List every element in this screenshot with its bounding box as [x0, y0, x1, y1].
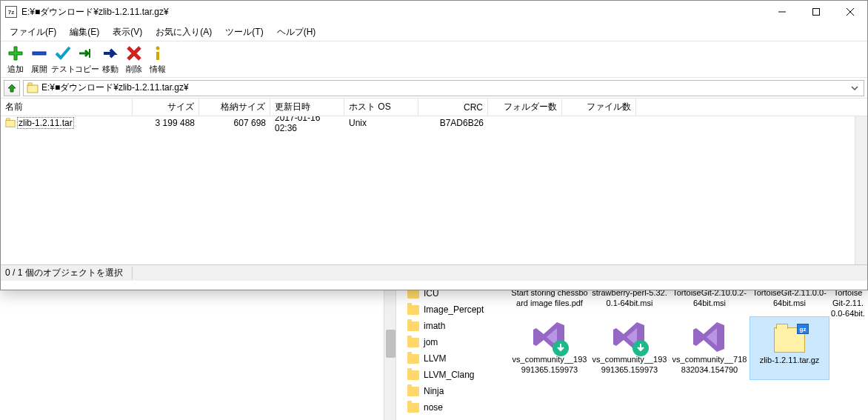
add-button[interactable]: 追加 [4, 44, 27, 75]
tree-item[interactable]: Image_Percept [397, 301, 507, 318]
extract-button[interactable]: 展開 [27, 44, 51, 75]
column-host[interactable]: ホスト OS [344, 99, 418, 116]
tree-item[interactable]: Ninja [397, 383, 507, 399]
archive-small-icon [5, 118, 16, 128]
test-button[interactable]: テスト [51, 44, 75, 75]
file-label: TortoiseGit-2.11.0.0-64bit.msi [831, 288, 865, 316]
column-packed[interactable]: 格納サイズ [199, 99, 270, 116]
pathbar: E:¥■ダウンロード¥zlib-1.2.11.tar.gz¥ [1, 78, 867, 99]
menu-view[interactable]: 表示(V) [107, 24, 148, 40]
file-item[interactable]: vs_community__718832034.154790 [670, 316, 750, 380]
plus-icon [7, 44, 24, 62]
menu-favorites[interactable]: お気に入り(A) [150, 24, 218, 40]
delete-button[interactable]: 削除 [122, 44, 146, 75]
minus-icon [30, 44, 48, 62]
column-files[interactable]: ファイル数 [562, 99, 636, 116]
file-label: vs_community__193991365.159973 [591, 355, 668, 376]
cell-name-text: zlib-1.2.11.tar [17, 117, 74, 129]
menu-help[interactable]: ヘルプ(H) [271, 24, 322, 40]
file-label: zlib-1.2.11.tar.gz [760, 356, 820, 366]
tree-item[interactable]: nose [397, 399, 507, 416]
file-label: vs_community__193991365.159973 [511, 355, 588, 376]
folder-icon [407, 338, 419, 347]
window-title: E:¥■ダウンロード¥zlib-1.2.11.tar.gz¥ [21, 6, 765, 19]
toolbar-label: コピー [75, 64, 99, 75]
menubar: ファイル(F) 編集(E) 表示(V) お気に入り(A) ツール(T) ヘルプ(… [1, 23, 867, 41]
cell-crc: B7AD6B26 [418, 117, 488, 129]
folder-icon [407, 305, 419, 315]
download-badge-icon [632, 340, 649, 356]
copy-arrow-icon [78, 44, 96, 62]
svg-rect-6 [6, 121, 15, 127]
cell-folders [488, 122, 562, 124]
list-scrollbar[interactable] [855, 116, 867, 264]
file-item[interactable]: vs_community__193991365.159973 [510, 316, 590, 380]
svg-rect-0 [813, 9, 820, 16]
menu-edit[interactable]: 編集(E) [64, 24, 105, 40]
column-folders[interactable]: フォルダー数 [488, 99, 562, 116]
maximize-button[interactable] [799, 1, 833, 23]
cell-size: 3 199 488 [133, 117, 199, 129]
folder-icon [407, 321, 419, 331]
file-label: TortoiseGit-2.10.0.2-64bit.msi [671, 288, 748, 309]
folder-icon [407, 370, 419, 380]
explorer-tree-scrollbar[interactable] [384, 285, 396, 420]
menu-file[interactable]: ファイル(F) [4, 24, 62, 40]
tree-label: LLVM [424, 353, 446, 364]
visual-studio-icon [692, 319, 727, 355]
up-button[interactable] [4, 80, 20, 96]
file-item[interactable]: Start storing chessboard image files.pdf [510, 288, 590, 316]
table-row[interactable]: zlib-1.2.11.tar 3 199 488 607 698 2017-0… [1, 116, 867, 130]
list-header: 名前 サイズ 格納サイズ 更新日時 ホスト OS CRC フォルダー数 ファイル… [1, 99, 867, 116]
menu-tools[interactable]: ツール(T) [219, 24, 269, 40]
column-crc[interactable]: CRC [418, 99, 488, 116]
tree-label: LLVM_Clang [424, 370, 474, 380]
file-label: Start storing chessboard image files.pdf [511, 288, 588, 309]
tree-item[interactable]: LLVM_Clang [397, 367, 507, 383]
close-button[interactable] [833, 1, 867, 23]
path-input[interactable]: E:¥■ダウンロード¥zlib-1.2.11.tar.gz¥ [23, 80, 864, 96]
status-selection: 0 / 1 個のオブジェクトを選択 [5, 267, 133, 279]
tree-item[interactable]: imath [397, 318, 507, 334]
titlebar: 7z E:¥■ダウンロード¥zlib-1.2.11.tar.gz¥ [1, 1, 867, 23]
tree-label: jom [424, 337, 438, 347]
tree-item[interactable]: LLVM [397, 350, 507, 367]
move-arrow-icon [101, 44, 119, 62]
info-button[interactable]: 情報 [146, 44, 170, 75]
file-item[interactable]: strawberry-perl-5.32.0.1-64bit.msi [590, 288, 670, 316]
column-name[interactable]: 名前 [1, 99, 133, 116]
tree-label: imath [424, 321, 445, 331]
sevenzip-window: 7z E:¥■ダウンロード¥zlib-1.2.11.tar.gz¥ ファイル(F… [0, 0, 868, 290]
explorer-file-grid: Start storing chessboard image files.pdf… [507, 285, 868, 420]
toolbar-label: テスト [51, 64, 76, 75]
explorer-window: ICU Image_Percept imath jom LLVM LLVM_Cl… [397, 285, 868, 420]
gz-badge: gz [797, 324, 809, 334]
toolbar-label: 削除 [126, 64, 142, 75]
explorer-nav-tree: ICU Image_Percept imath jom LLVM LLVM_Cl… [397, 285, 507, 420]
tree-item[interactable]: jom [397, 334, 507, 350]
x-icon [125, 44, 143, 62]
copy-button[interactable]: コピー [75, 44, 99, 75]
chevron-down-icon[interactable] [849, 84, 861, 92]
toolbar-label: 情報 [150, 64, 166, 75]
svg-rect-4 [27, 85, 38, 93]
svg-rect-7 [7, 119, 10, 121]
file-item[interactable]: vs_community__193991365.159973 [590, 316, 670, 380]
list-body[interactable]: zlib-1.2.11.tar 3 199 488 607 698 2017-0… [1, 116, 867, 264]
file-item[interactable]: TortoiseGit-2.10.0.2-64bit.msi [670, 288, 750, 316]
column-size[interactable]: サイズ [133, 99, 199, 116]
info-icon [149, 44, 167, 62]
move-button[interactable]: 移動 [99, 44, 122, 75]
column-modified[interactable]: 更新日時 [270, 99, 344, 116]
file-label: TortoiseGit-2.11.0.0-64bit.msi [751, 288, 828, 309]
file-item[interactable]: TortoiseGit-2.11.0.0-64bit.msi [750, 288, 829, 316]
folder-icon [407, 403, 419, 413]
path-text: E:¥■ダウンロード¥zlib-1.2.11.tar.gz¥ [41, 81, 849, 94]
toolbar-label: 追加 [7, 64, 24, 75]
tree-label: Image_Percept [424, 304, 484, 315]
minimize-button[interactable] [765, 1, 799, 23]
folder-icon [407, 387, 419, 396]
cell-host: Unix [344, 117, 418, 129]
file-item-selected[interactable]: gz zlib-1.2.11.tar.gz [750, 316, 829, 380]
file-item[interactable]: TortoiseGit-2.11.0.0-64bit.msi [829, 288, 867, 316]
